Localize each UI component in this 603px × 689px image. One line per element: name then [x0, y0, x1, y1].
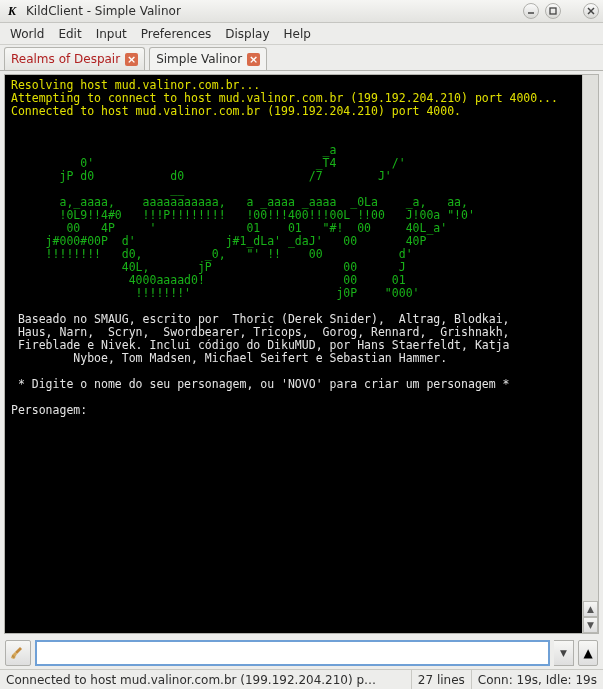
- command-input[interactable]: [35, 640, 550, 666]
- scroll-down-button[interactable]: ▼: [583, 617, 598, 633]
- chevron-down-icon: ▼: [560, 648, 567, 658]
- app-icon: K: [4, 3, 20, 19]
- terminal-line-attempting: Attempting to connect to host mud.valino…: [11, 91, 558, 105]
- close-button[interactable]: [583, 3, 599, 19]
- tab-close-button[interactable]: ×: [125, 53, 138, 66]
- tab-simple-valinor[interactable]: Simple Valinor ×: [149, 47, 267, 70]
- terminal-ascii-art: _a 0' _T4 /' jP d0 d0 /7 J' __ a,_aaaa, …: [11, 143, 475, 300]
- broom-icon: [10, 645, 26, 661]
- chevron-down-icon: ▼: [587, 620, 594, 630]
- status-lines: 27 lines: [412, 670, 472, 689]
- tab-label: Realms of Despair: [11, 52, 120, 66]
- menu-edit[interactable]: Edit: [52, 25, 87, 43]
- terminal-body-text: Baseado no SMAUG, escrito por Thoric (De…: [11, 312, 510, 417]
- svg-rect-1: [550, 8, 556, 14]
- maximize-button[interactable]: [545, 3, 561, 19]
- status-timing: Conn: 19s, Idle: 19s: [472, 670, 603, 689]
- menu-display[interactable]: Display: [219, 25, 275, 43]
- tab-realms-of-despair[interactable]: Realms of Despair ×: [4, 47, 145, 70]
- menu-help[interactable]: Help: [278, 25, 317, 43]
- scroll-page-up-button[interactable]: ▲: [578, 640, 598, 666]
- clear-input-button[interactable]: [5, 640, 31, 666]
- status-connection: Connected to host mud.valinor.com.br (19…: [0, 670, 412, 689]
- minimize-icon: [527, 7, 535, 15]
- statusbar: Connected to host mud.valinor.com.br (19…: [0, 669, 603, 689]
- terminal-container: Resolving host mud.valinor.com.br... Att…: [4, 74, 599, 634]
- scrollbar-track[interactable]: [583, 75, 598, 601]
- close-icon: ×: [127, 54, 136, 65]
- terminal-line-resolving: Resolving host mud.valinor.com.br...: [11, 78, 260, 92]
- close-icon: ×: [249, 54, 258, 65]
- tab-label: Simple Valinor: [156, 52, 242, 66]
- tabbar: Realms of Despair × Simple Valinor ×: [0, 45, 603, 71]
- close-icon: [587, 7, 595, 15]
- terminal-output[interactable]: Resolving host mud.valinor.com.br... Att…: [5, 75, 582, 633]
- menubar: World Edit Input Preferences Display Hel…: [0, 23, 603, 45]
- window-titlebar: K KildClient - Simple Valinor: [0, 0, 603, 23]
- menu-input[interactable]: Input: [90, 25, 133, 43]
- maximize-icon: [549, 7, 557, 15]
- menu-preferences[interactable]: Preferences: [135, 25, 218, 43]
- chevron-up-icon: ▲: [587, 604, 594, 614]
- menu-world[interactable]: World: [4, 25, 50, 43]
- input-bar: ▼ ▲: [0, 637, 603, 669]
- scroll-up-button[interactable]: ▲: [583, 601, 598, 617]
- window-title: KildClient - Simple Valinor: [26, 4, 517, 18]
- input-history-dropdown[interactable]: ▼: [554, 640, 574, 666]
- terminal-scrollbar[interactable]: ▲ ▼: [582, 75, 598, 633]
- tab-close-button[interactable]: ×: [247, 53, 260, 66]
- minimize-button[interactable]: [523, 3, 539, 19]
- terminal-line-connected: Connected to host mud.valinor.com.br (19…: [11, 104, 461, 118]
- chevron-up-icon: ▲: [583, 646, 592, 660]
